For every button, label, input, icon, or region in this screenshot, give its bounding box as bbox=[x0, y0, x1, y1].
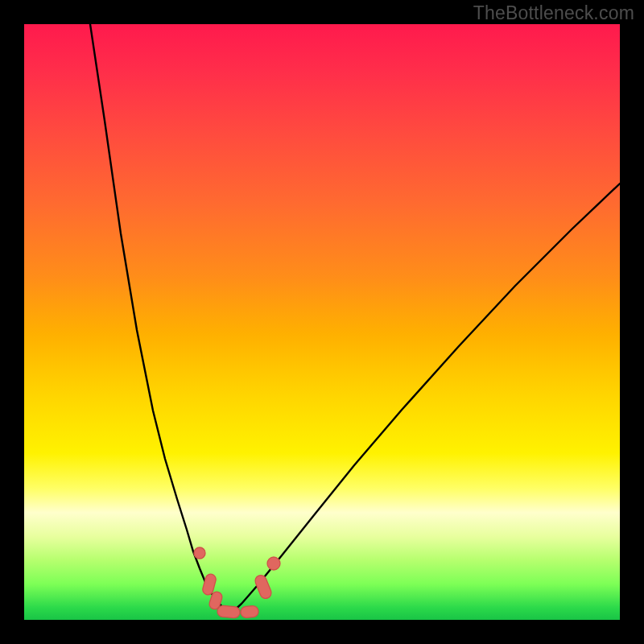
marker-group bbox=[194, 547, 280, 618]
watermark-text: TheBottleneck.com bbox=[473, 2, 634, 24]
data-marker bbox=[217, 605, 240, 618]
data-marker bbox=[194, 547, 205, 559]
chart-svg bbox=[24, 24, 620, 620]
curve-left-branch bbox=[90, 24, 230, 614]
data-marker bbox=[240, 605, 258, 618]
outer-frame: TheBottleneck.com bbox=[0, 0, 644, 644]
plot-area bbox=[24, 24, 620, 620]
data-marker bbox=[267, 557, 280, 570]
curve-right-branch bbox=[230, 184, 620, 614]
